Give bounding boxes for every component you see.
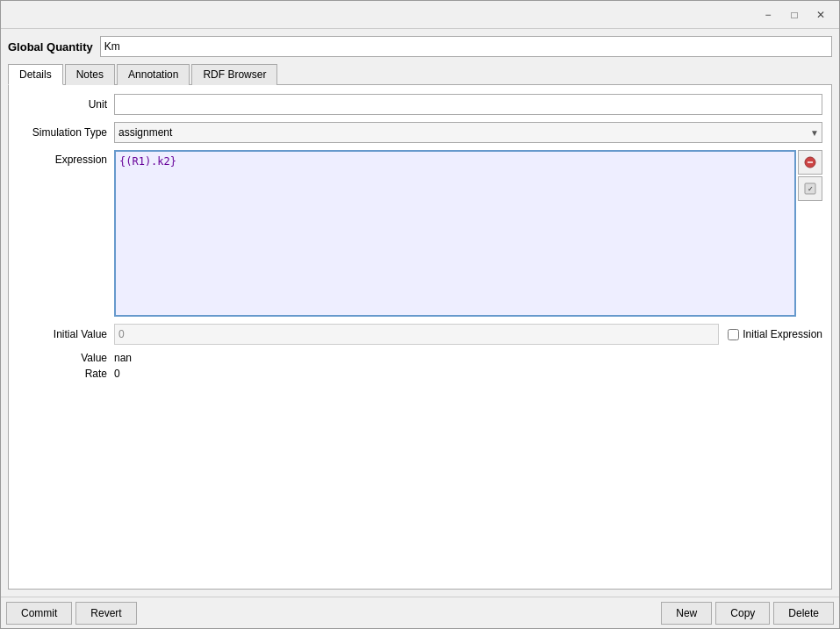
expression-textarea[interactable]: {(R1).k2} — [114, 150, 796, 317]
rate-text: 0 — [114, 368, 120, 380]
initial-value-input[interactable] — [114, 324, 719, 345]
global-quantity-row: Global Quantity — [8, 36, 832, 57]
simulation-type-control: assignment fixed ode ▼ — [114, 122, 822, 143]
title-bar: − □ ✕ — [1, 1, 839, 29]
rate-row: Rate 0 — [18, 368, 822, 380]
global-quantity-input[interactable] — [100, 36, 832, 57]
window-controls: − □ ✕ — [757, 4, 832, 26]
simulation-type-label: Simulation Type — [18, 126, 114, 139]
value-text: nan — [114, 352, 132, 364]
tabs-bar: Details Notes Annotation RDF Browser — [8, 64, 832, 85]
edit-icon — [803, 155, 817, 169]
tab-content-details: Unit Simulation Type assignment fixed od… — [8, 85, 832, 590]
delete-button[interactable]: Delete — [773, 602, 834, 625]
initial-expression-checkbox-label: Initial Expression — [743, 328, 822, 340]
tab-rdf-browser[interactable]: RDF Browser — [191, 64, 277, 85]
unit-label: Unit — [18, 98, 114, 111]
expression-row: Expression {(R1).k2} — [18, 150, 822, 317]
bottom-right-buttons: New Copy Delete — [661, 602, 834, 625]
main-window: − □ ✕ Global Quantity Details Notes Anno… — [0, 0, 840, 629]
bottom-bar: Commit Revert New Copy Delete — [1, 597, 839, 628]
revert-button[interactable]: Revert — [75, 602, 136, 625]
tab-annotation[interactable]: Annotation — [117, 64, 190, 85]
tab-notes[interactable]: Notes — [65, 64, 115, 85]
expression-validate-button[interactable]: ✓ — [798, 176, 822, 201]
copy-button[interactable]: Copy — [715, 602, 770, 625]
bottom-left-buttons: Commit Revert — [6, 602, 137, 625]
simulation-type-row: Simulation Type assignment fixed ode ▼ — [18, 122, 822, 143]
rate-label: Rate — [18, 368, 114, 380]
value-row: Value nan — [18, 352, 822, 364]
tab-details[interactable]: Details — [8, 64, 63, 85]
expression-action-buttons: ✓ — [798, 150, 822, 317]
validate-icon: ✓ — [803, 182, 817, 196]
unit-control — [114, 94, 822, 115]
maximize-button[interactable]: □ — [783, 4, 806, 26]
svg-text:✓: ✓ — [808, 185, 814, 193]
initial-value-row: Initial Value Initial Expression — [18, 324, 822, 345]
initial-expression-checkbox[interactable] — [728, 329, 739, 340]
value-label: Value — [18, 352, 114, 364]
new-button[interactable]: New — [661, 602, 712, 625]
close-button[interactable]: ✕ — [809, 4, 832, 26]
expression-edit-button[interactable] — [798, 150, 822, 175]
unit-row: Unit — [18, 94, 822, 115]
initial-expression-checkbox-row: Initial Expression — [728, 328, 822, 340]
expression-container: {(R1).k2} ✓ — [114, 150, 822, 317]
unit-input[interactable] — [114, 94, 822, 115]
global-quantity-label: Global Quantity — [8, 40, 93, 54]
expression-label: Expression — [18, 150, 114, 166]
main-content: Global Quantity Details Notes Annotation… — [1, 29, 839, 597]
commit-button[interactable]: Commit — [6, 602, 72, 625]
simulation-type-select[interactable]: assignment fixed ode — [114, 122, 822, 143]
minimize-button[interactable]: − — [757, 4, 779, 26]
initial-value-label: Initial Value — [18, 328, 114, 340]
